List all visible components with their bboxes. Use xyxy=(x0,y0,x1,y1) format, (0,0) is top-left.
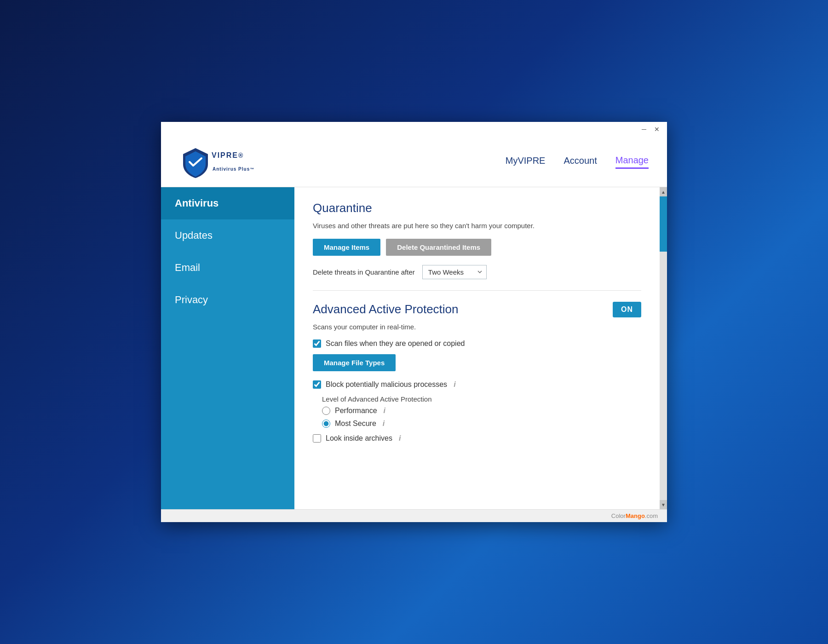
logo-text: VIPRE® Antivirus Plus™ xyxy=(212,150,254,174)
look-inside-archives-checkbox[interactable] xyxy=(313,434,321,443)
most-secure-radio-row: Most Secure i xyxy=(313,420,641,428)
delete-after-select[interactable]: One Week Two Weeks One Month Never xyxy=(422,265,487,279)
block-malicious-info-icon[interactable]: i xyxy=(454,380,455,389)
sidebar-item-privacy[interactable]: Privacy xyxy=(161,284,294,316)
footer-brand: ColorMango.com xyxy=(611,512,658,519)
scan-files-label: Scan files when they are opened or copie… xyxy=(326,339,465,348)
header: VIPRE® Antivirus Plus™ MyVIPRE Account M… xyxy=(161,137,667,187)
delete-quarantined-button[interactable]: Delete Quarantined Items xyxy=(386,239,491,256)
look-inside-info-icon[interactable]: i xyxy=(399,434,401,443)
divider-1 xyxy=(313,290,641,291)
performance-radio-row: Performance i xyxy=(313,407,641,415)
content-inner: Quarantine Viruses and other threats are… xyxy=(294,187,660,509)
look-inside-archives-row: Look inside archives i xyxy=(313,434,641,443)
scrollbar-track: ▲ ▼ xyxy=(660,187,667,509)
level-label: Level of Advanced Active Protection xyxy=(322,395,641,403)
most-secure-radio[interactable] xyxy=(322,420,330,428)
close-button[interactable]: ✕ xyxy=(650,124,663,134)
nav-manage[interactable]: Manage xyxy=(615,155,649,169)
most-secure-info-icon[interactable]: i xyxy=(383,420,385,428)
logo-shield-icon xyxy=(179,146,212,178)
advanced-protection-header-row: Advanced Active Protection ON xyxy=(313,302,641,317)
quarantine-button-row: Manage Items Delete Quarantined Items xyxy=(313,239,641,256)
scrollbar-down-arrow[interactable]: ▼ xyxy=(660,500,667,509)
nav-area: MyVIPRE Account Manage xyxy=(506,155,649,169)
advanced-protection-title: Advanced Active Protection xyxy=(313,302,459,316)
block-malicious-label: Block potentially malicious processes xyxy=(326,380,447,389)
minimize-button[interactable]: ─ xyxy=(638,124,650,134)
logo-antivirus-text: Antivirus Plus™ xyxy=(213,167,254,174)
main-window: ─ ✕ VIPRE® Antivirus Plus™ MyVIPRE Accou xyxy=(161,122,667,522)
block-malicious-checkbox[interactable] xyxy=(313,380,321,389)
logo-area: VIPRE® Antivirus Plus™ xyxy=(179,146,254,178)
block-malicious-row: Block potentially malicious processes i xyxy=(313,380,641,389)
performance-info-icon[interactable]: i xyxy=(384,407,385,415)
performance-label: Performance xyxy=(335,407,377,415)
most-secure-label: Most Secure xyxy=(335,420,376,428)
content-area: Quarantine Viruses and other threats are… xyxy=(294,187,667,509)
scan-files-row: Scan files when they are opened or copie… xyxy=(313,339,641,348)
scrollbar-up-arrow[interactable]: ▲ xyxy=(660,187,667,196)
logo-vipre-text: VIPRE® xyxy=(212,150,254,167)
advanced-protection-description: Scans your computer in real-time. xyxy=(313,322,641,333)
sidebar-item-updates[interactable]: Updates xyxy=(161,219,294,252)
scrollbar-thumb[interactable] xyxy=(660,196,667,252)
sidebar-item-email[interactable]: Email xyxy=(161,252,294,284)
sidebar: Antivirus Updates Email Privacy xyxy=(161,187,294,509)
quarantine-title: Quarantine xyxy=(313,201,641,215)
titlebar: ─ ✕ xyxy=(161,122,667,137)
main-area: Antivirus Updates Email Privacy Quaranti… xyxy=(161,187,667,509)
delete-after-label: Delete threats in Quarantine after xyxy=(313,268,415,276)
nav-myvipre[interactable]: MyVIPRE xyxy=(506,155,546,168)
nav-account[interactable]: Account xyxy=(564,155,597,168)
footer: ColorMango.com xyxy=(161,509,667,522)
delete-after-row: Delete threats in Quarantine after One W… xyxy=(313,265,641,279)
toggle-on[interactable]: ON xyxy=(613,302,641,317)
performance-radio[interactable] xyxy=(322,407,330,415)
manage-items-button[interactable]: Manage Items xyxy=(313,239,380,256)
scan-files-checkbox[interactable] xyxy=(313,339,321,348)
manage-file-types-row: Manage File Types xyxy=(313,354,641,371)
sidebar-item-antivirus[interactable]: Antivirus xyxy=(161,187,294,219)
manage-file-types-button[interactable]: Manage File Types xyxy=(313,354,396,371)
quarantine-description: Viruses and other threats are put here s… xyxy=(313,221,641,231)
look-inside-archives-label: Look inside archives xyxy=(326,434,392,443)
